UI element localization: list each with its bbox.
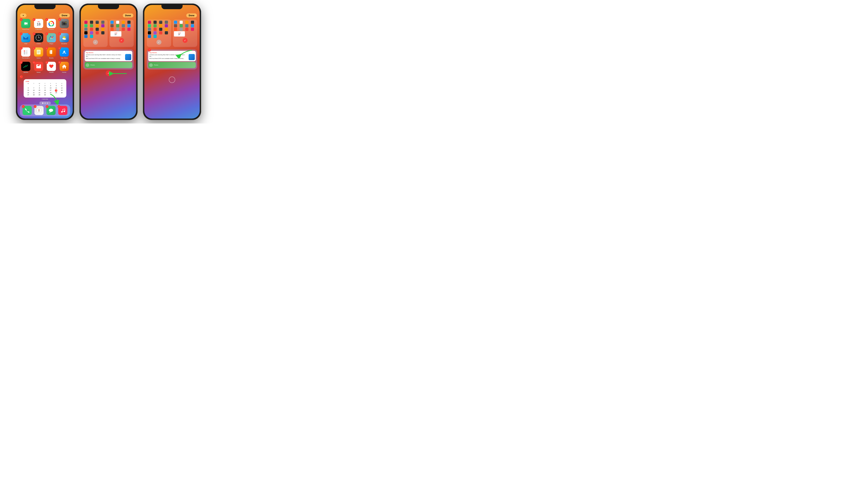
- svg-point-52: [49, 109, 53, 112]
- widget-stack: Top Stories LA Dems score stunning 'Blue…: [83, 50, 134, 70]
- appstore-icon: [60, 48, 69, 57]
- remove-badge[interactable]: −: [45, 33, 48, 35]
- calendar-label: Calendar: [35, 28, 42, 30]
- page-thumb-3a[interactable]: ✓: [147, 20, 171, 47]
- svg-point-33: [24, 53, 25, 54]
- remove-badge[interactable]: −: [58, 33, 61, 35]
- news-widget: Top Stories LA Dems score stunning 'Blue…: [85, 51, 132, 61]
- dock-phone[interactable]: −: [23, 106, 32, 115]
- remove-badge[interactable]: −: [45, 47, 48, 50]
- dock-messages[interactable]: −: [46, 106, 56, 115]
- reminders-icon: [21, 48, 30, 57]
- remove-badge[interactable]: −: [58, 61, 61, 64]
- remove-badge[interactable]: −: [33, 47, 36, 50]
- svg-rect-11: [63, 22, 65, 22]
- app-appstore[interactable]: − App Store: [59, 48, 70, 59]
- maps-icon: [47, 33, 56, 42]
- calendar-icon: FRI 18: [34, 19, 43, 28]
- app-camera[interactable]: − Camera: [59, 19, 70, 30]
- remove-badge[interactable]: −: [22, 105, 25, 108]
- app-notes[interactable]: − Notes: [33, 48, 44, 59]
- remove-badge-calendar[interactable]: −: [20, 75, 23, 78]
- app-row-3: − Reminders − Notes −: [17, 46, 73, 60]
- weather-widget-mini-3: Photos: [148, 62, 196, 68]
- page-thumbnails: ✓: [81, 18, 136, 48]
- svg-point-12: [65, 22, 66, 23]
- calendar-widget-label: Calendar: [20, 98, 70, 100]
- mail-badge: 1: [28, 33, 30, 35]
- app-reminders[interactable]: − Reminders: [20, 48, 31, 59]
- svg-point-55: [63, 111, 65, 112]
- app-row-1: − FaceTime − FRI 18 Calendar: [17, 17, 73, 32]
- done-button-3[interactable]: Done: [186, 14, 197, 17]
- check-circle-2: ✓: [119, 38, 124, 43]
- home-icon: [60, 62, 69, 71]
- notes-label: Notes: [37, 57, 41, 59]
- remove-badge[interactable]: −: [58, 47, 61, 50]
- camera-icon: [60, 19, 69, 28]
- remove-badge[interactable]: −: [20, 18, 23, 21]
- svg-point-10: [64, 23, 64, 24]
- dock: − − −: [20, 104, 70, 116]
- cal-month: June: [25, 81, 64, 82]
- svg-rect-41: [50, 51, 51, 54]
- dock-music[interactable]: −: [58, 106, 67, 115]
- phone-1: + Done − FaceTime − FRI: [16, 3, 74, 120]
- remove-badge[interactable]: −: [45, 61, 48, 64]
- weather-widget-mini: Photos: [85, 62, 132, 68]
- news-label: News: [37, 72, 41, 73]
- remove-badge[interactable]: −: [45, 18, 48, 21]
- dock-safari[interactable]: −: [34, 106, 43, 115]
- app-home[interactable]: − Home: [59, 62, 70, 73]
- app-books[interactable]: − Books: [46, 48, 57, 59]
- remove-badge[interactable]: −: [58, 18, 61, 21]
- check-circle-3b: ✓: [182, 38, 188, 43]
- remove-badge[interactable]: −: [20, 47, 23, 50]
- photos-label: Photos: [49, 28, 54, 30]
- svg-point-18: [38, 38, 39, 38]
- mail-icon: 1: [21, 33, 30, 42]
- widget-stack-area-3: − Top Stories LA Dems score stunning 'Bl…: [147, 50, 197, 83]
- app-calendar[interactable]: − FRI 18 Calendar: [33, 19, 44, 30]
- add-button[interactable]: +: [20, 14, 26, 17]
- check-circle-1: ✓: [93, 40, 98, 45]
- check-circle-area: ✓: [83, 70, 134, 76]
- svg-rect-24: [50, 38, 53, 39]
- maps-label: Maps: [50, 43, 53, 45]
- home-label: Home: [62, 72, 66, 73]
- books-label: Books: [49, 57, 54, 59]
- books-icon: [47, 48, 56, 57]
- app-weather[interactable]: − Weather: [59, 33, 70, 45]
- mail-label: Mail: [24, 43, 27, 45]
- top-buttons-3: Done: [144, 14, 200, 17]
- remove-badge[interactable]: −: [46, 105, 49, 108]
- phone-2: Done: [79, 3, 138, 120]
- remove-badge[interactable]: −: [20, 61, 23, 64]
- cal-today: 18: [55, 89, 57, 92]
- app-maps[interactable]: − Maps: [46, 33, 57, 45]
- page-thumb-3b[interactable]: JUNE18 ✓: [173, 20, 197, 47]
- app-news[interactable]: − News: [33, 62, 44, 73]
- app-facetime[interactable]: − FaceTime: [20, 19, 31, 30]
- app-health[interactable]: − Health: [46, 62, 57, 73]
- app-photos[interactable]: −: [46, 19, 57, 30]
- remove-badge-widget[interactable]: −: [148, 48, 151, 52]
- page-thumb-2[interactable]: JUNE18 ✓: [109, 20, 134, 47]
- done-button[interactable]: Done: [59, 14, 70, 17]
- notch-1: [34, 5, 56, 9]
- svg-point-28: [63, 38, 66, 40]
- remove-badge[interactable]: −: [33, 18, 36, 21]
- app-stocks[interactable]: − Stocks: [20, 62, 31, 73]
- svg-rect-40: [51, 50, 51, 54]
- svg-point-29: [24, 51, 25, 52]
- app-mail[interactable]: − 1 Mail: [20, 33, 31, 45]
- remove-badge[interactable]: −: [33, 61, 36, 64]
- done-button-2[interactable]: Done: [123, 14, 134, 17]
- app-clock[interactable]: − Clock: [33, 33, 44, 45]
- reminders-label: Reminders: [22, 57, 30, 59]
- remove-badge[interactable]: −: [20, 33, 23, 35]
- remove-badge[interactable]: −: [33, 33, 36, 35]
- notch-3: [161, 5, 182, 9]
- facetime-icon: [21, 19, 30, 28]
- page-thumb-1[interactable]: ✓: [83, 20, 108, 47]
